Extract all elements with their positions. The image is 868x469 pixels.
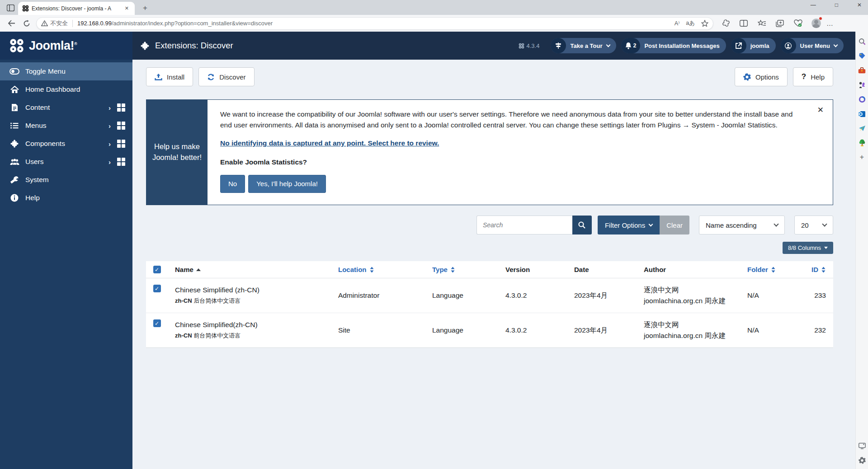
games-icon[interactable] [858, 81, 866, 89]
sidebar-item-label: Help [25, 194, 40, 202]
post-installation-messages-button[interactable]: 2 Post Installation Messages [621, 38, 726, 53]
tab-workspaces-icon[interactable] [5, 2, 16, 14]
browser-essentials-icon[interactable] [792, 18, 804, 29]
toolbox-icon[interactable] [858, 66, 866, 75]
cell-author: 逐浪中文网 joomlachina.org.cn 周永建 [644, 319, 747, 341]
statistics-no-button[interactable]: No [220, 175, 245, 193]
notice-aside: Help us make Joomla! better! [146, 100, 208, 205]
users-icon [9, 159, 20, 165]
discover-button[interactable]: Discover [198, 67, 254, 86]
sort-select[interactable]: Name ascending [699, 216, 785, 234]
column-header-type[interactable]: Type [432, 266, 505, 273]
sort-both-icon [771, 267, 776, 273]
help-label: Help [811, 73, 825, 81]
column-header-name[interactable]: Name [168, 266, 338, 273]
split-screen-icon[interactable] [738, 18, 750, 29]
add-icon[interactable]: + [858, 153, 866, 161]
settings-more-icon[interactable]: … [826, 19, 834, 27]
extension-tag: zh-CN [175, 297, 192, 304]
caret-down-icon [824, 247, 828, 249]
notice-close-icon[interactable]: ✕ [817, 105, 824, 115]
user-menu-button[interactable]: User Menu [781, 38, 844, 53]
cell-folder: N/A [747, 291, 802, 300]
refresh-icon[interactable] [20, 17, 33, 30]
sidebar-item-help[interactable]: Help [0, 189, 132, 207]
wrench-icon [9, 176, 20, 184]
window-minimize-icon[interactable]: — [808, 2, 819, 8]
column-header-id[interactable]: ID [802, 266, 833, 273]
limit-select[interactable]: 20 [794, 216, 833, 234]
column-header-folder[interactable]: Folder [747, 266, 802, 273]
signpost-icon [551, 38, 566, 53]
chevron-down-icon [649, 222, 653, 227]
add-favorite-star-icon[interactable] [701, 20, 708, 27]
install-label: Install [167, 73, 184, 81]
dashboard-grid-icon[interactable] [117, 158, 125, 166]
column-header-location[interactable]: Location [338, 266, 432, 273]
dashboard-grid-icon[interactable] [117, 122, 125, 130]
preview-site-button[interactable]: joomla [731, 38, 776, 53]
extension-tag: zh-CN [175, 332, 192, 339]
search-icon [578, 221, 585, 229]
shopping-icon[interactable] [858, 52, 866, 60]
info-icon [9, 194, 20, 202]
collections-icon[interactable] [774, 18, 786, 29]
sidebar-item-components[interactable]: Components › [0, 135, 132, 153]
url-path: /administrator/index.php?option=com_inst… [112, 20, 273, 27]
extensions-table: ✓ Name Location Type Version Date Author… [146, 261, 833, 348]
statistics-yes-button[interactable]: Yes, I'll help Joomla! [248, 175, 326, 193]
address-bar[interactable]: 不安全 192.168.0.99/administrator/index.php… [36, 17, 713, 30]
options-button[interactable]: Options [735, 67, 788, 86]
upload-icon [155, 73, 162, 81]
settings-gear-icon[interactable] [858, 456, 866, 464]
chevron-right-icon: › [108, 104, 111, 112]
search-input[interactable] [476, 216, 572, 234]
screenshot-icon[interactable] [858, 442, 866, 450]
read-aloud-icon[interactable]: A⁾ [675, 20, 679, 27]
puzzle-icon [141, 42, 150, 50]
dashboard-grid-icon[interactable] [117, 103, 125, 112]
sidebar-item-toggle-menu[interactable]: Toggle Menu [0, 62, 132, 80]
not-secure-warning-icon[interactable]: 不安全 [41, 19, 68, 28]
profile-avatar[interactable] [810, 18, 822, 29]
new-tab-button[interactable]: + [140, 4, 150, 13]
install-button[interactable]: Install [146, 67, 193, 86]
search-icon[interactable] [858, 38, 866, 46]
chevron-down-icon [822, 221, 827, 226]
notice-review-link[interactable]: No identifying data is captured at any p… [220, 138, 439, 149]
outlook-icon[interactable] [858, 110, 866, 118]
extensions-icon[interactable] [720, 18, 731, 29]
tab-close-icon[interactable]: ✕ [123, 5, 131, 12]
select-all-checkbox[interactable]: ✓ [153, 266, 161, 273]
browser-tab[interactable]: Extensions: Discover - joomla - A ✕ [18, 2, 135, 15]
sidebar-item-label: Users [25, 158, 43, 166]
row-checkbox[interactable]: ✓ [153, 285, 161, 292]
columns-button[interactable]: 8/8 Columns [783, 242, 833, 254]
sidebar-item-users[interactable]: Users › [0, 153, 132, 171]
file-icon [9, 103, 20, 112]
options-label: Options [755, 73, 779, 81]
sidebar-item-content[interactable]: Content › [0, 98, 132, 117]
favorites-icon[interactable] [756, 18, 768, 29]
sidebar-item-label: Home Dashboard [25, 85, 80, 94]
sidebar-item-label: Toggle Menu [25, 67, 66, 75]
sidebar-item-menus[interactable]: Menus › [0, 117, 132, 135]
sidebar-item-home-dashboard[interactable]: Home Dashboard [0, 80, 132, 98]
window-close-icon[interactable]: ✕ [854, 2, 864, 8]
drop-icon[interactable] [858, 124, 866, 132]
version-text: 4.3.4 [527, 42, 540, 49]
clear-button[interactable]: Clear [660, 216, 689, 234]
take-a-tour-button[interactable]: Take a Tour [551, 38, 616, 53]
dashboard-grid-icon[interactable] [117, 140, 125, 148]
tree-icon[interactable] [858, 139, 866, 147]
url-host: 192.168.0.99 [77, 20, 112, 27]
row-checkbox[interactable]: ✓ [153, 319, 161, 327]
sidebar-item-system[interactable]: System [0, 171, 132, 189]
translate-icon[interactable]: aあ [686, 19, 695, 27]
help-button[interactable]: ? Help [793, 67, 833, 86]
window-maximize-icon[interactable]: □ [832, 2, 841, 8]
search-button[interactable] [572, 216, 592, 234]
back-icon[interactable] [5, 17, 18, 30]
microsoft365-copilot-icon[interactable] [858, 95, 866, 103]
filter-options-button[interactable]: Filter Options [598, 216, 660, 234]
